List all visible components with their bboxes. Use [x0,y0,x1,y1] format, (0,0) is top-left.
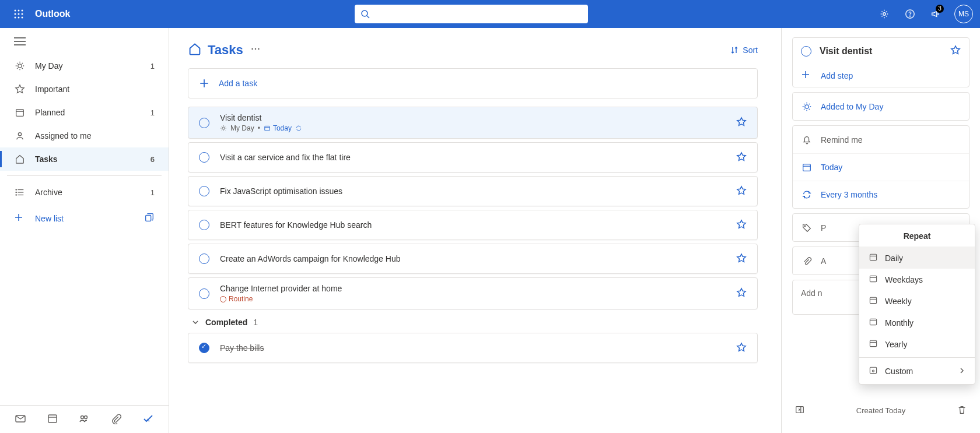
task-meta-myday: My Day [230,124,254,132]
megaphone-icon[interactable]: 3 [924,2,947,26]
task-title: BERT features for Knowledge Hub search [220,220,730,230]
divider [859,357,975,358]
svg-point-64 [872,370,874,372]
dropdown-item[interactable]: Yearly [859,333,975,355]
svg-rect-53 [870,254,876,260]
task-row[interactable]: Pay the bills [188,333,758,363]
task-checkbox[interactable] [199,220,209,230]
attach-icon [801,256,813,266]
new-list-button[interactable]: New list + [0,206,169,230]
help-icon[interactable] [898,2,922,26]
dropdown-item[interactable]: Weekly [859,290,975,312]
star-icon[interactable] [736,342,747,354]
star-icon[interactable] [736,253,747,265]
star-icon[interactable] [736,117,747,129]
svg-point-5 [22,13,23,15]
star-icon[interactable] [736,185,747,198]
dropdown-item-custom[interactable]: Custom [859,360,975,382]
completed-label: Completed [205,318,247,327]
star-icon[interactable] [950,45,961,57]
delete-icon[interactable] [957,404,967,417]
svg-point-11 [883,13,886,16]
task-checkbox[interactable] [199,186,209,196]
search-input[interactable] [374,9,582,19]
sidebar-item-tasks[interactable]: Tasks 6 [0,147,169,171]
sidebar-item-planned[interactable]: Planned 1 [0,101,169,124]
calendar-small-icon [869,295,878,307]
app-launcher-icon[interactable] [5,9,33,19]
task-row[interactable]: Change Internet provider at home Routine [188,277,758,309]
sidebar-item-label: Important [35,85,155,94]
task-checkbox[interactable] [199,118,209,128]
svg-point-4 [18,13,20,15]
add-step-label: Add step [821,71,853,80]
myday-row[interactable]: Added to My Day [793,93,969,120]
settings-icon[interactable] [873,2,896,26]
task-title: Visit dentist [220,113,730,122]
sidebar-item-important[interactable]: Important [0,78,169,101]
svg-point-17 [18,64,22,68]
task-checkbox[interactable] [801,46,811,57]
new-group-icon[interactable]: + [144,212,155,224]
search-box[interactable] [355,5,588,23]
add-task-input[interactable]: Add a task [188,68,758,98]
dropdown-item[interactable]: Monthly [859,312,975,333]
task-checkbox[interactable] [199,254,209,264]
hamburger-icon[interactable] [0,28,169,52]
dropdown-title: Repeat [859,224,975,247]
dropdown-item[interactable]: Daily [859,247,975,269]
svg-point-3 [15,13,16,15]
sidebar-item-assigned[interactable]: Assigned to me [0,124,169,147]
svg-point-26 [16,195,16,195]
task-row[interactable]: Visit a car service and fix the flat tir… [188,142,758,173]
people-icon[interactable] [78,413,90,426]
repeat-dropdown: Repeat DailyWeekdaysWeeklyMonthlyYearly … [859,224,975,385]
detail-title-row[interactable]: Visit dentist [793,38,969,64]
remind-row[interactable]: Remind me [793,126,969,153]
due-row[interactable]: Today [793,153,969,181]
detail-task-title[interactable]: Visit dentist [820,46,944,57]
svg-rect-29 [146,215,151,221]
star-icon[interactable] [736,219,747,231]
svg-rect-59 [870,319,876,325]
home-icon [188,42,202,58]
task-checkbox[interactable] [199,152,209,163]
task-row[interactable]: BERT features for Knowledge Hub search [188,210,758,240]
svg-point-8 [22,17,23,19]
svg-point-20 [18,133,21,136]
person-icon [14,131,26,141]
mail-icon[interactable] [15,413,26,426]
repeat-icon [801,189,813,200]
plus-icon [199,78,209,89]
sidebar-item-count: 1 [150,62,155,71]
avatar[interactable]: MS [954,5,973,23]
hide-detail-icon[interactable] [794,404,805,417]
remind-label: Remind me [821,135,961,145]
task-checkbox[interactable] [199,343,209,353]
attach-icon[interactable] [110,413,122,426]
task-title: Visit a car service and fix the flat tir… [220,153,730,162]
task-row[interactable]: Visit dentist My Day • Today [188,107,758,139]
sidebar-item-label: Planned [35,108,150,117]
repeat-row[interactable]: Every 3 months [793,181,969,208]
calendar-footer-icon[interactable] [47,413,58,426]
plus-icon [14,213,26,224]
sort-button[interactable]: Sort [730,45,758,55]
task-row[interactable]: Create an AdWords campaign for Knowledge… [188,244,758,274]
dropdown-item[interactable]: Weekdays [859,269,975,290]
sidebar-item-archive[interactable]: Archive 1 [0,181,169,204]
check-icon[interactable] [142,413,154,426]
completed-section-toggle[interactable]: Completed 1 [188,309,758,333]
add-step-button[interactable]: Add step [793,64,969,87]
sidebar-item-myday[interactable]: My Day 1 [0,54,169,78]
more-icon[interactable] [250,44,261,56]
task-title: Fix JavaScript optimisation issues [220,186,730,196]
chevron-right-icon [958,367,965,376]
star-icon[interactable] [736,152,747,164]
task-row[interactable]: Fix JavaScript optimisation issues [188,176,758,206]
star-icon[interactable] [736,287,747,300]
task-checkbox[interactable] [199,288,209,299]
dropdown-item-label: Monthly [885,318,914,328]
svg-point-6 [15,17,16,19]
myday-label: Added to My Day [821,102,961,111]
